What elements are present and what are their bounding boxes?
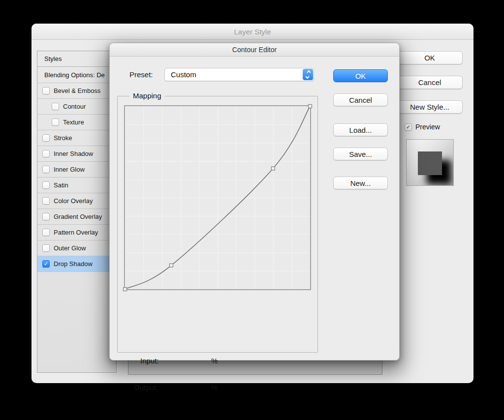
- styles-header: Styles: [37, 51, 116, 67]
- sidebar-item-gradient-overlay[interactable]: Gradient Overlay: [37, 209, 116, 225]
- sidebar-item-label: Inner Glow: [54, 166, 85, 173]
- mapping-curve-area[interactable]: [125, 106, 310, 289]
- texture-checkbox[interactable]: [52, 119, 59, 126]
- styles-sidebar: Styles Blending Options: De Bevel & Embo…: [37, 51, 117, 373]
- new-style-button[interactable]: New Style...: [397, 100, 463, 114]
- layer-style-ok-button[interactable]: OK: [397, 51, 463, 64]
- layer-style-title: Layer Style: [234, 28, 271, 36]
- sidebar-item-label: Pattern Overlay: [54, 229, 98, 236]
- sidebar-item-label: Contour: [63, 103, 86, 110]
- contour-ok-button[interactable]: OK: [333, 69, 388, 82]
- preset-value: Custom: [171, 70, 196, 79]
- contour-cancel-button[interactable]: Cancel: [333, 93, 388, 106]
- outer-glow-checkbox[interactable]: [42, 244, 50, 252]
- sidebar-item-label: Outer Glow: [54, 244, 86, 252]
- contour-load-button[interactable]: Load...: [333, 123, 388, 136]
- contour-editor-dialog: Contour Editor Preset: Custom OK Cancel …: [109, 43, 400, 360]
- chevron-down-icon: [305, 75, 309, 79]
- input-label: Input:: [140, 357, 159, 365]
- preview-label: Preview: [415, 123, 440, 131]
- curve-point-handle[interactable]: [170, 264, 173, 267]
- sidebar-item-stroke[interactable]: Stroke: [37, 130, 116, 146]
- output-label: Output:: [134, 383, 158, 391]
- cancel-label: Cancel: [349, 96, 372, 104]
- satin-checkbox[interactable]: [42, 181, 50, 189]
- preview-checkbox[interactable]: [405, 123, 412, 131]
- sidebar-item-label: Bevel & Emboss: [54, 87, 100, 94]
- sidebar-item-label: Texture: [63, 119, 84, 126]
- layer-style-cancel-button[interactable]: Cancel: [397, 76, 463, 89]
- drop-shadow-checkbox[interactable]: [42, 260, 50, 268]
- input-percent-sign: %: [211, 357, 218, 365]
- ok-label: OK: [424, 54, 435, 62]
- load-label: Load...: [349, 126, 372, 134]
- layer-style-titlebar[interactable]: Layer Style: [32, 24, 473, 40]
- curve-point-handle[interactable]: [124, 288, 127, 291]
- pattern-overlay-checkbox[interactable]: [42, 229, 50, 236]
- contour-editor-title: Contour Editor: [232, 46, 277, 54]
- sidebar-item-label: Stroke: [54, 134, 72, 142]
- sidebar-item-contour[interactable]: Contour: [37, 99, 116, 115]
- stroke-checkbox[interactable]: [42, 134, 50, 142]
- save-label: Save...: [349, 150, 372, 158]
- contour-curve-path: [125, 106, 310, 289]
- sidebar-item-texture[interactable]: Texture: [37, 115, 116, 130]
- sidebar-item-label: Satin: [54, 181, 68, 189]
- inner-shadow-checkbox[interactable]: [42, 150, 50, 157]
- sidebar-item-label: Gradient Overlay: [54, 213, 102, 220]
- sidebar-item-satin[interactable]: Satin: [37, 178, 116, 193]
- sidebar-item-label: Color Overlay: [54, 197, 93, 205]
- contour-save-button[interactable]: Save...: [333, 148, 388, 160]
- chevron-up-icon: [307, 70, 311, 74]
- sidebar-item-drop-shadow[interactable]: Drop Shadow: [37, 256, 116, 272]
- color-overlay-checkbox[interactable]: [42, 197, 50, 205]
- stepper-icon[interactable]: [303, 69, 313, 80]
- mapping-group: Mapping Input: % Output: %: [117, 96, 318, 353]
- mapping-legend: Mapping: [129, 91, 165, 100]
- sidebar-item-color-overlay[interactable]: Color Overlay: [37, 193, 116, 209]
- cancel-label: Cancel: [418, 78, 441, 87]
- contour-checkbox[interactable]: [52, 103, 59, 110]
- contour-editor-titlebar[interactable]: Contour Editor: [110, 43, 399, 57]
- sidebar-item-inner-glow[interactable]: Inner Glow: [37, 162, 116, 178]
- style-preview-thumbnail: [406, 139, 454, 186]
- mapping-curve[interactable]: [125, 106, 310, 289]
- new-style-label: New Style...: [410, 103, 449, 111]
- preset-label: Preset:: [129, 70, 153, 79]
- sidebar-item-label: Drop Shadow: [54, 260, 93, 268]
- sidebar-item-outer-glow[interactable]: Outer Glow: [37, 240, 116, 256]
- preset-dropdown[interactable]: Custom: [164, 68, 314, 81]
- contour-new-button[interactable]: New...: [333, 177, 388, 189]
- sidebar-item-bevel-emboss[interactable]: Bevel & Emboss: [37, 83, 116, 99]
- sidebar-item-label: Inner Shadow: [54, 150, 93, 157]
- new-label: New...: [350, 179, 371, 187]
- bevel-emboss-checkbox[interactable]: [42, 87, 50, 94]
- sidebar-item-pattern-overlay[interactable]: Pattern Overlay: [37, 225, 116, 240]
- sidebar-item-inner-shadow[interactable]: Inner Shadow: [37, 146, 116, 162]
- gradient-overlay-checkbox[interactable]: [42, 213, 50, 220]
- output-percent-sign: %: [211, 383, 218, 391]
- curve-point-handle[interactable]: [271, 167, 275, 170]
- mapping-graph-frame: [124, 105, 311, 290]
- ok-label: OK: [355, 72, 366, 80]
- curve-point-handle[interactable]: [309, 105, 312, 108]
- preview-layer-square: [418, 151, 442, 175]
- sidebar-item-blending-options[interactable]: Blending Options: De: [37, 67, 116, 83]
- inner-glow-checkbox[interactable]: [42, 166, 50, 173]
